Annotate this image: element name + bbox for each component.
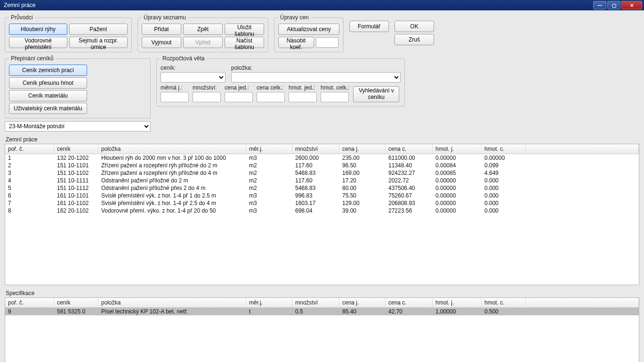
spec-table-header: poř. č. ceník položka měr.j. množství ce… (5, 298, 639, 308)
koef-input[interactable] (316, 37, 338, 48)
polozka-combo[interactable] (231, 72, 401, 82)
hmot-celk-input[interactable] (321, 92, 349, 102)
cell-hc: 0.000 (482, 192, 526, 199)
col-header-por[interactable]: poř. č. (5, 144, 54, 154)
table-row[interactable]: 6161 10-1101Svislé přemístění výk. z hor… (5, 192, 639, 199)
col-header-hj[interactable]: hmot. j. (433, 144, 482, 154)
cell-cc: 206808.93 (386, 199, 433, 207)
table-row[interactable]: 7161 10-1102Svislé přemístění výk. z hor… (5, 199, 639, 207)
main-table-header: poř. č. ceník položka měr.j. množství ce… (5, 144, 639, 154)
col-header-cenik[interactable]: ceník (54, 298, 98, 307)
col-header-mn[interactable]: množství (292, 144, 339, 154)
hmot-jed-input[interactable] (289, 92, 317, 102)
maximize-button[interactable]: ▢ (607, 1, 620, 9)
main-table[interactable]: poř. č. ceník položka měr.j. množství ce… (5, 144, 639, 285)
cell-hj: 0.00000 (433, 154, 482, 162)
cell-polozka: Písel technický KP 102-A bet. netř. (98, 308, 246, 315)
cell-cj: 85.40 (339, 308, 386, 315)
main-table-label: Zemní práce (6, 136, 639, 143)
cell-mj: t (246, 308, 292, 315)
ulozit-sablonu-button[interactable]: Uložit šablonu (225, 24, 264, 35)
col-header-polozka[interactable]: položka (98, 298, 246, 307)
col-header-hc[interactable]: hmot. c. (482, 144, 526, 154)
aktualizovat-ceny-button[interactable]: Aktualizovat ceny (278, 24, 339, 35)
formular-button[interactable]: Formulář (349, 21, 389, 32)
group-prepinani-ceniku: Přepínání ceníků Ceník zemních prací Cen… (5, 55, 151, 118)
cell-hc: 0.000 (482, 207, 526, 214)
mnozstvi-input[interactable] (193, 92, 221, 102)
col-header-polozka[interactable]: položka (98, 144, 246, 154)
cell-mn: 5468.83 (292, 184, 339, 192)
table-row[interactable]: 4151 10-1111Odstranění pažení příložné d… (5, 177, 639, 184)
vpred-button[interactable]: Vpřed (183, 37, 223, 48)
col-header-cc[interactable]: cena c. (386, 144, 433, 154)
label-mnozstvi: množství: (193, 84, 221, 91)
col-header-mj[interactable]: měr.j. (246, 144, 292, 154)
vyhledavani-v-ceniku-button[interactable]: Vyhledávání v ceníku (353, 86, 399, 102)
pridat-button[interactable]: Přidat (142, 24, 181, 35)
cell-por: 1 (5, 154, 54, 162)
cenik-combo[interactable] (161, 72, 225, 82)
table-row[interactable]: 1132 20-1202Hloubení rýh do 2000 mm v ho… (5, 154, 639, 162)
cell-mn: 0.5 (292, 308, 339, 315)
cell-cenik: 151 10-1102 (54, 169, 98, 177)
group-pruvodci-legend: Průvodci (9, 14, 35, 21)
zpet-button[interactable]: Zpět (183, 24, 223, 35)
close-button[interactable]: ✕ (621, 1, 642, 9)
cell-hj: 0.00085 (433, 169, 482, 177)
col-header-hj[interactable]: hmot. j. (433, 298, 482, 307)
cenik-materialu-button[interactable]: Ceník materiálu (9, 90, 87, 101)
cell-hj: 0.00000 (433, 192, 482, 199)
merna-j-input[interactable] (161, 92, 189, 102)
nacist-sablonu-button[interactable]: Načíst šablonu (225, 37, 264, 48)
col-header-cj[interactable]: cena j. (339, 144, 386, 154)
cell-cj: 39.00 (339, 207, 386, 214)
cell-cenik: 581 5325 0 (54, 308, 98, 315)
zrus-button[interactable]: Zruš (394, 34, 434, 45)
cell-polozka: Odstranění pažení příložné přes 2 do 4 m (98, 184, 246, 192)
cell-mj: m2 (246, 162, 292, 169)
label-hmot-celk: hmot. celk.: (321, 84, 349, 91)
cell-polozka: Svislé přemístění výk. z hor. 1-4 př 1 d… (98, 192, 246, 199)
col-header-cc[interactable]: cena c. (386, 298, 433, 307)
vyjmout-button[interactable]: Vyjmout (142, 37, 181, 48)
cell-cenik: 132 20-1202 (54, 154, 98, 162)
montaze-combo[interactable]: 23-M-Montáže potrubí (5, 121, 151, 132)
col-header-mj[interactable]: měr.j. (246, 298, 292, 307)
ok-button[interactable]: OK (394, 21, 434, 32)
table-row[interactable]: 9581 5325 0Písel technický KP 102-A bet.… (5, 308, 639, 315)
cenik-zemnich-praci-button[interactable]: Ceník zemních prací (9, 65, 87, 76)
hloubeni-ryhy-button[interactable]: Hloubení rýhy (9, 24, 67, 35)
table-row[interactable]: 2151 10-1101Zřízení pažení a rozepření r… (5, 162, 639, 169)
col-header-hc[interactable]: hmot. c. (482, 298, 526, 307)
table-row[interactable]: 3151 10-1102Zřízení pažení a rozepření r… (5, 169, 639, 177)
sejmuti-ornice-button[interactable]: Sejmutí a rozpr. ornice (69, 37, 128, 48)
uzivatelsky-cenik-button[interactable]: Uživatelský ceník materiálu (9, 103, 87, 114)
minimize-button[interactable]: — (593, 1, 606, 9)
nasobit-koef-button[interactable]: Násobit koef. (278, 37, 314, 48)
pazeni-button[interactable]: Pažení (69, 24, 128, 35)
group-upravy-cen: Úpravy cen Aktualizovat ceny Násobit koe… (274, 14, 344, 52)
cell-cj: 80.00 (339, 184, 386, 192)
group-upravy-cen-legend: Úpravy cen (278, 14, 311, 21)
titlebar: Zemní práce — ▢ ✕ (0, 0, 644, 10)
col-header-cj[interactable]: cena j. (339, 298, 386, 307)
cell-cenik: 151 10-1112 (54, 184, 98, 192)
cena-celk-input[interactable] (257, 92, 285, 102)
label-cenik: ceník: (161, 65, 225, 71)
table-row[interactable]: 5151 10-1112Odstranění pažení příložné p… (5, 184, 639, 192)
col-header-mn[interactable]: množství (292, 298, 339, 307)
cena-jed-input[interactable] (225, 92, 253, 102)
table-row[interactable]: 8162 20-1102Vodorovné přemí. výko. z hor… (5, 207, 639, 214)
cell-polozka: Vodorovné přemí. výko. z hor. 1-4 př 20 … (98, 207, 246, 214)
spec-table[interactable]: poř. č. ceník položka měr.j. množství ce… (5, 297, 639, 362)
col-header-por[interactable]: poř. č. (5, 298, 54, 307)
group-upravy-seznamu: Úpravy seznamu Přidat Zpět Uložit šablon… (137, 14, 268, 52)
cell-polozka: Odstranění pažení příložné do 2 m (98, 177, 246, 184)
cell-cc: 437506.40 (386, 184, 433, 192)
cenik-presunu-hmot-button[interactable]: Ceník přesunu hmot (9, 77, 87, 89)
cell-polozka: Zřízení pažení a rozepření rýh příložné … (98, 162, 246, 169)
col-header-cenik[interactable]: ceník (54, 144, 98, 154)
vodorovne-premisteni-button[interactable]: Vodorovné přemístění (9, 37, 67, 48)
cell-mn: 996.83 (292, 192, 339, 199)
